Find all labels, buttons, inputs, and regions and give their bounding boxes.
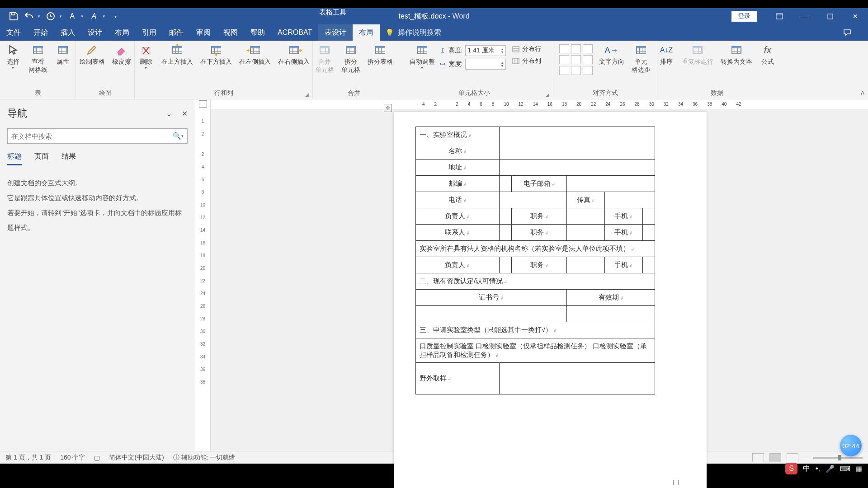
height-input[interactable]: 1.41 厘米▲▼ — [465, 45, 506, 56]
tray-icon-1[interactable]: •, — [816, 465, 820, 473]
align-mr[interactable] — [583, 55, 593, 64]
tab-references[interactable]: 引用 — [136, 24, 163, 41]
zoom-out-button[interactable]: − — [804, 454, 807, 461]
qat-customize-icon[interactable]: ▾ — [110, 11, 121, 22]
table-resize-handle[interactable] — [673, 480, 679, 485]
draw-table-button[interactable]: 绘制表格 — [77, 42, 108, 68]
status-words[interactable]: 160 个字 — [60, 454, 85, 462]
tab-table-layout[interactable]: 布局 — [353, 24, 380, 41]
tab-help[interactable]: 帮助 — [244, 24, 271, 41]
ime-lang[interactable]: 中 — [803, 464, 810, 474]
undo-menu-icon[interactable]: ▼ — [37, 14, 41, 19]
insert-below-button[interactable]: ✦在下方插入 — [198, 42, 235, 68]
align-br[interactable] — [583, 66, 593, 75]
nav-tab-results[interactable]: 结果 — [61, 152, 76, 165]
horizontal-ruler[interactable]: 4224681012141618202224262830323436384042 — [211, 99, 868, 109]
zoom-slider[interactable] — [813, 457, 863, 459]
login-button[interactable]: 登录 — [731, 11, 757, 22]
form-table[interactable]: 一、实验室概况 名称 地址 邮编电子邮箱 电话传真 负责人职务手机 联系人职务手… — [415, 127, 655, 394]
tab-design[interactable]: 设计 — [81, 24, 108, 41]
properties-button[interactable]: 属性 — [52, 42, 74, 68]
tab-table-design[interactable]: 表设计 — [318, 24, 353, 41]
tell-me-input[interactable] — [398, 28, 470, 37]
align-bc[interactable] — [571, 66, 581, 75]
tab-review[interactable]: 审阅 — [190, 24, 217, 41]
table-move-handle[interactable]: ✥ — [384, 104, 392, 112]
distribute-cols-button[interactable]: 分布列 — [512, 57, 541, 65]
group-merge-label: 合并 — [316, 89, 392, 99]
document-page[interactable]: ✥ 一、实验室概况 名称 地址 邮编电子邮箱 电话传真 负责人职务手机 联系人职… — [394, 112, 707, 488]
nav-pane-title: 导航 — [7, 107, 27, 120]
cell-mobile3-label: 手机 — [605, 257, 643, 273]
autofit-button[interactable]: 自动调整▼ — [407, 42, 438, 72]
distribute-rows-button[interactable]: 分布行 — [512, 45, 541, 53]
width-input[interactable]: ▲▼ — [465, 59, 506, 70]
system-tray: S 中 •, 🎤 ⌨ ▦ — [785, 463, 863, 474]
insert-left-button[interactable]: ✦在左侧插入 — [236, 42, 274, 68]
sort-button[interactable]: A↓Z排序 — [656, 42, 677, 68]
text-direction-button[interactable]: A→文字方向 — [596, 42, 627, 68]
align-tr[interactable] — [583, 44, 593, 53]
insert-right-button[interactable]: ✦在右侧插入 — [275, 42, 312, 68]
minimize-button[interactable]: — — [792, 8, 817, 24]
tray-keyboard-icon[interactable]: ⌨ — [840, 465, 850, 473]
view-print-layout[interactable] — [769, 453, 781, 462]
clock-bubble[interactable]: 02:44 — [840, 435, 862, 456]
doc-name: test_模板.docx — [398, 12, 446, 20]
tab-acrobat[interactable]: ACROBAT — [271, 24, 318, 41]
delete-button[interactable]: 删除▼ — [135, 42, 157, 72]
view-gridlines-button[interactable]: 查看 网格线 — [26, 42, 50, 75]
tab-layout[interactable]: 布局 — [108, 24, 136, 41]
qat-a2-menu[interactable]: ▼ — [102, 14, 106, 19]
align-bl[interactable] — [559, 66, 569, 75]
eraser-button[interactable]: 橡皮擦 — [109, 42, 134, 68]
view-web-layout[interactable] — [787, 453, 798, 462]
vertical-ruler[interactable]: 122468101214161820222426283032343638 — [195, 99, 211, 451]
size-launcher-icon[interactable]: ◢ — [546, 92, 549, 97]
tab-home[interactable]: 开始 — [27, 24, 54, 41]
tray-mic-icon[interactable]: 🎤 — [826, 465, 835, 473]
qat-a1-icon[interactable]: A — [67, 11, 78, 22]
status-accessibility[interactable]: ⓘ 辅助功能: 一切就绪 — [173, 454, 236, 462]
spellcheck-icon[interactable]: ▢ — [94, 454, 100, 461]
convert-to-text-button[interactable]: 转换为文本 — [718, 42, 755, 68]
redo-icon[interactable] — [45, 11, 56, 22]
nav-tab-pages[interactable]: 页面 — [34, 152, 49, 165]
ribbon-display-icon[interactable] — [767, 8, 792, 24]
align-tl[interactable] — [559, 44, 569, 53]
cell-email-label: 电子邮箱 — [512, 176, 567, 192]
split-cells-button[interactable]: 拆分 单元格 — [339, 42, 363, 75]
align-mc[interactable] — [571, 55, 581, 64]
tab-mailings[interactable]: 邮件 — [163, 24, 190, 41]
tab-insert[interactable]: 插入 — [54, 24, 81, 41]
align-tc[interactable] — [571, 44, 581, 53]
tab-selector[interactable] — [199, 100, 207, 108]
search-icon[interactable]: 🔍 — [173, 132, 181, 140]
save-icon[interactable] — [8, 11, 19, 22]
split-table-button[interactable]: 拆分表格 — [365, 42, 396, 68]
align-ml[interactable] — [559, 55, 569, 64]
tray-grid-icon[interactable]: ▦ — [856, 465, 863, 473]
app-name: Word — [453, 12, 470, 20]
nav-dropdown-icon[interactable]: ⌄ — [166, 109, 172, 118]
insert-above-button[interactable]: ✦在上方插入 — [159, 42, 196, 68]
nav-close-icon[interactable]: ✕ — [182, 109, 188, 118]
cell-margins-button[interactable]: 单元 格边距 — [629, 42, 653, 75]
nav-search-input[interactable] — [11, 132, 173, 140]
qat-a2-icon[interactable]: A — [89, 11, 99, 22]
formula-button[interactable]: fx公式 — [757, 42, 778, 68]
tab-view[interactable]: 视图 — [217, 24, 244, 41]
redo-menu-icon[interactable]: ▼ — [59, 14, 62, 19]
select-button[interactable]: 选择▼ — [2, 42, 24, 72]
collapse-ribbon-icon[interactable]: ᐱ — [861, 90, 864, 96]
nav-tab-headings[interactable]: 标题 — [7, 152, 22, 165]
status-language[interactable]: 简体中文(中国大陆) — [109, 454, 164, 462]
undo-icon[interactable] — [24, 11, 34, 22]
rowcol-launcher-icon[interactable]: ◢ — [305, 92, 309, 97]
status-page[interactable]: 第 1 页，共 1 页 — [5, 454, 51, 462]
tab-file[interactable]: 文件 — [0, 24, 27, 41]
nav-search-box[interactable]: 🔍▾ — [7, 128, 188, 144]
view-read-mode[interactable] — [752, 453, 764, 462]
qat-a1-menu[interactable]: ▼ — [80, 14, 84, 19]
ime-indicator[interactable]: S — [785, 463, 797, 474]
